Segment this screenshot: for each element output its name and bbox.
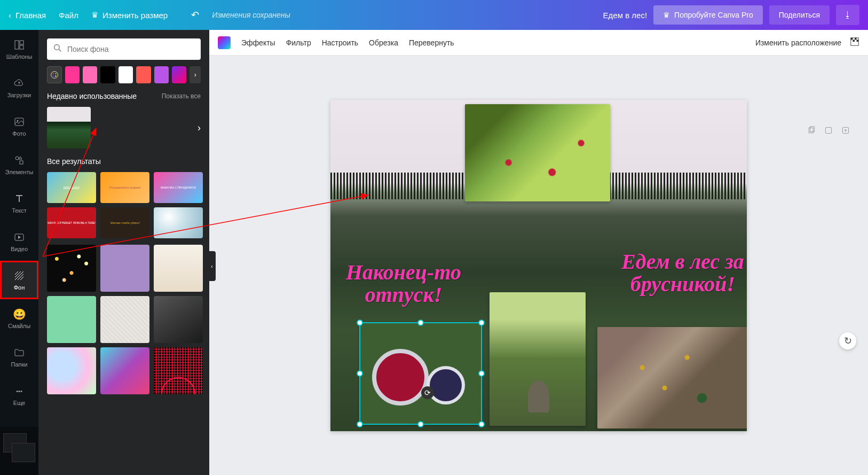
page-thumbnails[interactable] — [0, 427, 38, 475]
folder-icon — [13, 346, 26, 359]
canvas-text-2[interactable]: Едем в лес за брусникой! — [613, 251, 747, 295]
color-swatch[interactable] — [83, 66, 97, 83]
canvas-photo-leaves[interactable] — [597, 327, 747, 429]
position-button[interactable]: Изменить расположение — [755, 38, 841, 47]
svg-rect-18 — [857, 40, 859, 42]
background-thumb[interactable]: МАЛЫШ! — [47, 172, 96, 203]
svg-rect-1 — [20, 41, 23, 44]
refresh-button[interactable]: ↻ — [839, 332, 856, 349]
background-thumb[interactable] — [100, 296, 149, 343]
share-button[interactable]: Поделиться — [769, 5, 830, 25]
nav-uploads[interactable]: Загрузки — [0, 68, 38, 107]
video-icon — [13, 231, 26, 244]
color-swatch[interactable] — [119, 66, 133, 83]
document-name[interactable]: Едем в лес! — [603, 11, 647, 20]
chevron-left-icon: ‹ — [9, 11, 11, 20]
color-swatch[interactable] — [136, 66, 151, 83]
background-thumb[interactable] — [100, 245, 149, 292]
undo-icon[interactable]: ↶ — [191, 9, 199, 21]
image-icon — [13, 115, 26, 128]
nav-text[interactable]: Текст — [0, 184, 38, 222]
background-thumb[interactable] — [47, 245, 96, 292]
nav-background[interactable]: Фон — [0, 261, 38, 299]
resize-button[interactable]: ♛ Изменить размер — [91, 10, 168, 20]
canvas-photo-forest[interactable] — [490, 292, 586, 426]
nav-smileys[interactable]: 😀 Смайлы — [0, 299, 38, 338]
nav-more[interactable]: ••• Еще — [0, 376, 38, 415]
background-thumb[interactable]: МЕНЯ СОГРЕВАЕТ ЛЮБОВЬ К ТЕБЕ! — [47, 207, 96, 238]
svg-point-13 — [55, 75, 56, 76]
search-input[interactable] — [67, 45, 194, 53]
background-thumb[interactable] — [100, 347, 149, 394]
duplicate-page-icon[interactable] — [806, 125, 817, 136]
nav-rail: Шаблоны Загрузки Фото Элементы Текст Вид… — [0, 30, 38, 475]
background-thumb[interactable] — [154, 296, 203, 343]
svg-point-4 — [17, 120, 19, 122]
background-thumb[interactable]: Поправляйся скорее! — [100, 172, 149, 203]
show-all-link[interactable]: Показать все — [162, 92, 201, 100]
svg-rect-21 — [825, 127, 831, 133]
svg-rect-6 — [20, 161, 23, 164]
search-icon — [53, 44, 62, 54]
color-swatch[interactable] — [154, 66, 169, 83]
context-toolbar: Эффекты Фильтр Настроить Обрезка Перевер… — [209, 30, 868, 56]
svg-rect-19 — [809, 128, 813, 133]
flip-button[interactable]: Перевернуть — [409, 38, 454, 47]
background-thumb[interactable] — [154, 347, 203, 394]
collapse-panel-button[interactable]: ‹ — [208, 251, 216, 281]
crop-button[interactable]: Обрезка — [369, 38, 398, 47]
svg-rect-0 — [15, 41, 19, 49]
adjust-button[interactable]: Настроить — [322, 38, 358, 47]
background-thumb[interactable] — [47, 347, 96, 394]
nav-templates[interactable]: Шаблоны — [0, 30, 38, 68]
chevron-right-icon[interactable]: › — [198, 122, 201, 134]
save-status: Изменения сохранены — [212, 11, 290, 19]
crown-icon: ♛ — [91, 10, 98, 20]
transparency-icon[interactable] — [850, 37, 859, 49]
color-swatch[interactable] — [65, 66, 80, 83]
effects-button[interactable]: Эффекты — [241, 38, 275, 47]
smiley-icon: 😀 — [13, 308, 26, 321]
scroll-right-button[interactable]: › — [190, 66, 201, 83]
canvas-photo-berries[interactable] — [465, 104, 610, 201]
app-header: ‹ Главная Файл ♛ Изменить размер ↶ Измен… — [0, 0, 868, 30]
shapes-icon — [13, 154, 26, 167]
svg-rect-15 — [851, 37, 853, 40]
file-menu[interactable]: Файл — [59, 11, 78, 20]
canvas-text-1[interactable]: Наконец-то отпуск! — [342, 261, 465, 306]
nav-video[interactable]: Видео — [0, 222, 38, 261]
recent-background-thumb[interactable] — [47, 107, 91, 149]
svg-rect-17 — [853, 40, 855, 42]
search-container — [47, 38, 201, 60]
background-thumb[interactable]: МАМОЧКА С ПРАЗДНИКОМ — [154, 172, 203, 203]
add-page-icon[interactable] — [840, 125, 851, 136]
background-thumb[interactable] — [154, 207, 203, 238]
try-pro-button[interactable]: ♛ Попробуйте Canva Pro — [653, 5, 763, 25]
background-thumb[interactable] — [154, 245, 203, 292]
color-swatch[interactable] — [100, 66, 115, 83]
design-canvas[interactable]: Наконец-то отпуск! Едем в лес за брусник… — [330, 100, 747, 431]
download-icon: ⭳ — [843, 10, 852, 19]
nav-photo[interactable]: Фото — [0, 107, 38, 145]
background-thumb[interactable] — [47, 296, 96, 343]
background-icon — [13, 269, 26, 282]
nav-folders[interactable]: Папки — [0, 338, 38, 376]
nav-elements[interactable]: Элементы — [0, 145, 38, 184]
color-palette: › — [47, 66, 201, 83]
background-thumb[interactable]: Желаю тебе удачи! — [100, 207, 149, 238]
svg-rect-16 — [855, 37, 857, 40]
filter-button[interactable]: Фильтр — [286, 38, 311, 47]
image-color-button[interactable] — [218, 36, 231, 49]
rotate-handle[interactable]: ⟳ — [421, 386, 434, 399]
color-swatch[interactable] — [172, 66, 186, 83]
home-button[interactable]: ‹ Главная — [9, 11, 46, 20]
svg-point-12 — [52, 75, 53, 76]
color-picker-button[interactable] — [47, 66, 62, 83]
canvas-photo-baskets[interactable] — [360, 323, 481, 424]
recently-used-heading: Недавно использованные — [47, 92, 137, 100]
copy-page-icon[interactable] — [823, 125, 834, 136]
svg-point-8 — [54, 45, 60, 50]
side-panel: › Недавно использованные Показать все › … — [38, 30, 209, 475]
cloud-upload-icon — [13, 77, 26, 90]
download-button[interactable]: ⭳ — [836, 5, 859, 25]
